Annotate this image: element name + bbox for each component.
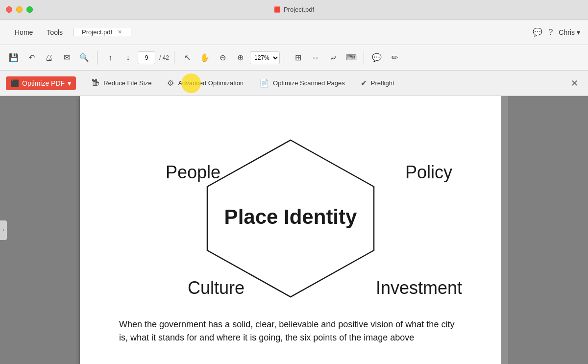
tab-label: Project.pdf <box>82 28 112 36</box>
optimize-pdf-button[interactable]: ⬛ Optimize PDF ▾ <box>6 76 76 90</box>
separator-1 <box>97 51 98 65</box>
page-total: / 42 <box>159 54 169 61</box>
cursor-tool-button[interactable]: ↖ <box>179 50 195 66</box>
title-text: Project.pdf <box>284 6 314 13</box>
search-button[interactable]: 🔍 <box>76 50 92 66</box>
pen-button[interactable]: ✏ <box>387 50 402 66</box>
preflight-icon: ✔ <box>361 78 367 88</box>
help-icon[interactable]: ? <box>548 28 553 37</box>
prev-page-button[interactable]: ↑ <box>102 50 118 66</box>
pdf-page: People Policy Place Identity Culture Inv… <box>80 96 501 364</box>
center-label: Place Identity <box>224 205 357 229</box>
comment-button[interactable]: 💬 <box>369 50 385 66</box>
secondary-toolbar: ⬛ Optimize PDF ▾ 🗜 Reduce File Size ⚙ Ad… <box>0 71 588 96</box>
user-chevron-icon: ▾ <box>577 28 580 36</box>
advanced-optimization-item[interactable]: ⚙ Advanced Optimization <box>159 74 251 92</box>
close-button[interactable] <box>6 6 12 13</box>
nav-tools[interactable]: Tools <box>40 25 70 39</box>
separator-2 <box>174 51 174 65</box>
preflight-item[interactable]: ✔ Preflight <box>353 74 402 92</box>
maximize-button[interactable] <box>26 6 33 13</box>
optimize-label-text: Optimize PDF <box>22 79 65 87</box>
user-menu[interactable]: Chris ▾ <box>559 28 580 36</box>
pdf-icon: 🟥 <box>274 6 281 13</box>
keyboard-button[interactable]: ⌨ <box>343 50 359 66</box>
close-secondary-button[interactable]: ✕ <box>567 76 582 91</box>
zoom-in-button[interactable]: ⊕ <box>232 50 248 66</box>
separator-3 <box>285 51 285 65</box>
nav-right: 💬 ? Chris ▾ <box>533 27 580 37</box>
zoom-select[interactable]: 127% 100% 75% 150% <box>250 51 280 64</box>
rotate-button[interactable]: ⤾ <box>325 50 341 66</box>
label-investment: Investment <box>376 278 462 298</box>
page-input[interactable] <box>138 51 155 64</box>
email-button[interactable]: ✉ <box>59 50 74 66</box>
separator-4 <box>364 51 364 65</box>
reduce-file-icon: 🗜 <box>92 79 99 88</box>
fit-page-button[interactable]: ⊞ <box>290 50 306 66</box>
label-policy: Policy <box>405 162 452 183</box>
diagram-container: People Policy Place Identity Culture Inv… <box>119 125 462 308</box>
label-people: People <box>166 162 220 183</box>
reduce-file-label: Reduce File Size <box>103 79 151 87</box>
minimize-button[interactable] <box>16 6 23 13</box>
preflight-label: Preflight <box>371 79 394 87</box>
label-culture: Culture <box>188 278 245 298</box>
nav-home[interactable]: Home <box>8 25 40 39</box>
user-name: Chris <box>559 28 575 36</box>
print-button[interactable]: 🖨 <box>41 50 57 66</box>
hand-tool-button[interactable]: ✋ <box>197 50 213 66</box>
main-content: › People Policy Place Identity Culture I… <box>0 96 588 364</box>
document-tab[interactable]: Project.pdf ✕ <box>74 28 131 36</box>
tab-close-button[interactable]: ✕ <box>116 29 123 36</box>
optimize-icon: ⬛ <box>11 79 19 87</box>
zoom-out-button[interactable]: ⊖ <box>215 50 230 66</box>
optimize-scanned-icon: 📄 <box>259 78 269 88</box>
main-toolbar: 💾 ↶ 🖨 ✉ 🔍 ↑ ↓ / 42 ↖ ✋ ⊖ ⊕ 127% 100% 75%… <box>0 45 588 71</box>
fit-width-button[interactable]: ↔ <box>308 50 323 66</box>
secondary-toolbar-items: 🗜 Reduce File Size ⚙ Advanced Optimizati… <box>84 74 567 92</box>
nav-bar: Home Tools Project.pdf ✕ 💬 ? Chris ▾ <box>0 20 588 45</box>
window-title: 🟥 Project.pdf <box>274 6 314 13</box>
title-bar: 🟥 Project.pdf <box>0 0 588 20</box>
body-text: When the government has a solid, clear, … <box>119 318 462 344</box>
advanced-opt-icon: ⚙ <box>167 78 174 88</box>
optimize-scanned-item[interactable]: 📄 Optimize Scanned Pages <box>251 74 353 92</box>
reduce-file-size-item[interactable]: 🗜 Reduce File Size <box>84 75 159 92</box>
chat-icon[interactable]: 💬 <box>533 27 542 37</box>
undo-button[interactable]: ↶ <box>24 50 39 66</box>
next-page-button[interactable]: ↓ <box>120 50 136 66</box>
optimize-scanned-label: Optimize Scanned Pages <box>273 79 345 87</box>
pdf-scrollbar[interactable] <box>501 96 508 364</box>
pdf-viewer: People Policy Place Identity Culture Inv… <box>0 96 588 364</box>
advanced-opt-label: Advanced Optimization <box>178 79 244 87</box>
optimize-chevron-icon: ▾ <box>68 79 71 87</box>
save-button[interactable]: 💾 <box>6 50 22 66</box>
sidebar-toggle[interactable]: › <box>0 220 7 240</box>
traffic-lights <box>6 6 33 13</box>
